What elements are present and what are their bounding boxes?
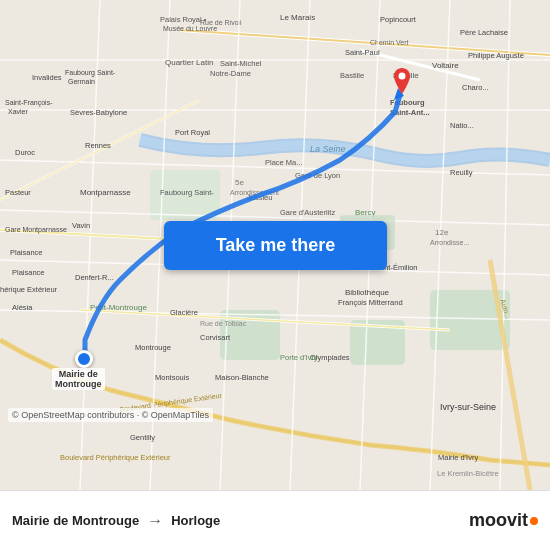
svg-text:Quartier Latin: Quartier Latin <box>165 58 213 67</box>
svg-text:Notre-Dame: Notre-Dame <box>210 69 251 78</box>
svg-text:Popincourt: Popincourt <box>380 15 417 24</box>
svg-text:Montparnasse: Montparnasse <box>80 188 131 197</box>
svg-text:François Mitterrand: François Mitterrand <box>338 298 403 307</box>
svg-text:Invalides: Invalides <box>32 73 62 82</box>
svg-text:Pasteur: Pasteur <box>5 188 31 197</box>
svg-text:Rue de Tolbiac: Rue de Tolbiac <box>200 320 247 327</box>
svg-text:Montrouge: Montrouge <box>135 343 171 352</box>
svg-text:Rennes: Rennes <box>85 141 111 150</box>
svg-text:Porte d'Ivry: Porte d'Ivry <box>280 353 318 362</box>
svg-text:Plaisance: Plaisance <box>12 268 45 277</box>
svg-text:Musée du Louvre: Musée du Louvre <box>163 25 217 32</box>
svg-text:Petit-Montrouge: Petit-Montrouge <box>90 303 147 312</box>
origin-label: Mairie deMontrouge <box>52 368 105 390</box>
svg-text:Mairie d'Ivry: Mairie d'Ivry <box>438 453 478 462</box>
svg-text:La Seine: La Seine <box>310 144 346 154</box>
svg-text:Ivry-sur-Seine: Ivry-sur-Seine <box>440 402 496 412</box>
map-container: Boulevard Périphérique Extérieur Rue de … <box>0 0 550 490</box>
svg-text:Saint-Michel: Saint-Michel <box>220 59 262 68</box>
svg-text:Montsouis: Montsouis <box>155 373 189 382</box>
route-arrow: → <box>147 512 163 530</box>
svg-text:Duroc: Duroc <box>15 148 35 157</box>
svg-text:Port Royal: Port Royal <box>175 128 210 137</box>
svg-text:Le Kremlin-Bicêtre: Le Kremlin-Bicêtre <box>437 469 499 478</box>
svg-text:Bastille: Bastille <box>340 71 364 80</box>
svg-text:Boulevard Périphérique Extérie: Boulevard Périphérique Extérieur <box>60 453 171 462</box>
svg-text:Charo...: Charo... <box>462 83 489 92</box>
svg-text:Père Lachaise: Père Lachaise <box>460 28 508 37</box>
svg-text:Vavin: Vavin <box>72 221 90 230</box>
bottom-bar: Mairie de Montrouge → Horloge moovit <box>0 490 550 550</box>
svg-text:Glacière: Glacière <box>170 308 198 317</box>
svg-point-100 <box>399 73 406 80</box>
svg-text:Bibliothèque: Bibliothèque <box>345 288 390 297</box>
destination-pin <box>390 68 414 100</box>
svg-text:Voltaire: Voltaire <box>432 61 459 70</box>
svg-text:Reuilly: Reuilly <box>450 168 473 177</box>
svg-text:Gare Montparnasse: Gare Montparnasse <box>5 226 67 234</box>
svg-text:Plaisance: Plaisance <box>10 248 43 257</box>
svg-text:Philippe Auguste: Philippe Auguste <box>468 51 524 60</box>
svg-text:Chemin Vert: Chemin Vert <box>370 39 409 46</box>
take-me-there-button[interactable]: Take me there <box>164 221 387 270</box>
moovit-logo: moovit <box>469 510 538 531</box>
svg-text:hérique Extérieur: hérique Extérieur <box>0 285 58 294</box>
svg-text:Gare de Lyon: Gare de Lyon <box>295 171 340 180</box>
svg-text:Saint-Paul: Saint-Paul <box>345 48 380 57</box>
svg-text:Denfert-R...: Denfert-R... <box>75 273 114 282</box>
route-from: Mairie de Montrouge <box>12 513 139 528</box>
svg-text:Faubourg Saint-: Faubourg Saint- <box>160 188 214 197</box>
svg-text:Sèvres-Babylone: Sèvres-Babylone <box>70 108 127 117</box>
svg-text:Germain: Germain <box>68 78 95 85</box>
svg-text:Alésia: Alésia <box>12 303 33 312</box>
copyright-text: © OpenStreetMap contributors · © OpenMap… <box>8 408 213 422</box>
svg-text:Xavier: Xavier <box>8 108 29 115</box>
svg-text:Gentilly: Gentilly <box>130 433 155 442</box>
svg-text:Jussieu: Jussieu <box>247 193 272 202</box>
svg-text:5e: 5e <box>235 178 244 187</box>
svg-text:Gare d'Austerlitz: Gare d'Austerlitz <box>280 208 335 217</box>
svg-text:Faubourg Saint-: Faubourg Saint- <box>65 69 116 77</box>
svg-text:12e: 12e <box>435 228 449 237</box>
svg-text:Palais Royal •: Palais Royal • <box>160 15 207 24</box>
moovit-text: moovit <box>469 510 528 531</box>
origin-pin <box>75 350 93 368</box>
svg-text:Maison-Blanche: Maison-Blanche <box>215 373 269 382</box>
svg-text:Saint-Ant...: Saint-Ant... <box>390 108 430 117</box>
svg-text:Natio...: Natio... <box>450 121 474 130</box>
route-to: Horloge <box>171 513 220 528</box>
svg-text:Place Ma...: Place Ma... <box>265 158 303 167</box>
svg-text:Corvisart: Corvisart <box>200 333 231 342</box>
svg-text:Le Marais: Le Marais <box>280 13 315 22</box>
svg-text:Arrondisse...: Arrondisse... <box>430 239 469 246</box>
moovit-dot <box>530 517 538 525</box>
svg-text:Saint-François-: Saint-François- <box>5 99 53 107</box>
